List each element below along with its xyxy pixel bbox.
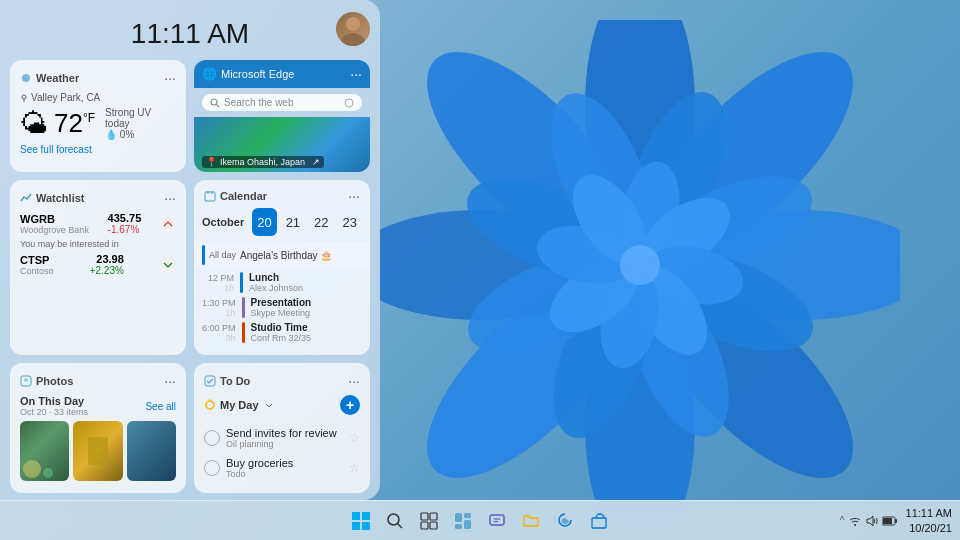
widgets-panel: 11:11 AM Weather ··· bbox=[0, 0, 380, 500]
weather-widget-title: Weather bbox=[20, 72, 79, 84]
taskbar: ^ bbox=[0, 500, 960, 540]
svg-rect-54 bbox=[455, 524, 462, 529]
svg-point-30 bbox=[211, 99, 217, 105]
taskbar-widgets-button[interactable] bbox=[449, 507, 477, 535]
svg-rect-33 bbox=[205, 192, 215, 201]
svg-rect-62 bbox=[883, 518, 892, 524]
weather-precipitation: 💧 0% bbox=[105, 129, 176, 140]
clock-display: 11:11 AM bbox=[10, 18, 370, 50]
todo-item-1: Send invites for review Oil planning ☆ bbox=[204, 423, 360, 453]
weather-main: 🌤 72°F Strong UV today 💧 0% bbox=[20, 107, 176, 140]
calendar-day-23[interactable]: 23 bbox=[338, 208, 362, 236]
clock-area: 11:11 AM bbox=[10, 12, 370, 60]
taskbar-chat-button[interactable] bbox=[483, 507, 511, 535]
system-tray-icons: ^ bbox=[840, 514, 898, 528]
svg-point-25 bbox=[346, 17, 360, 31]
svg-rect-53 bbox=[464, 520, 471, 529]
svg-rect-55 bbox=[490, 515, 504, 525]
svg-rect-49 bbox=[421, 522, 428, 529]
svg-line-46 bbox=[398, 523, 403, 528]
weather-sun-icon: 🌤 bbox=[20, 107, 48, 140]
photos-widget: Photos ··· On This Day Oct 20 · 33 items… bbox=[10, 363, 186, 493]
bloom-wallpaper bbox=[380, 20, 900, 510]
todo-add-button[interactable]: + bbox=[340, 395, 360, 415]
svg-point-37 bbox=[24, 378, 28, 382]
taskbar-edge-button[interactable] bbox=[551, 507, 579, 535]
svg-marker-60 bbox=[867, 516, 873, 526]
weather-location: Valley Park, CA bbox=[20, 92, 176, 103]
calendar-event-presentation: 1:30 PM1h Presentation Skype Meeting bbox=[202, 297, 362, 318]
taskbar-system-tray[interactable]: ^ bbox=[840, 506, 952, 535]
svg-rect-48 bbox=[430, 513, 437, 520]
photos-title: Photos bbox=[20, 375, 73, 387]
weather-widget: Weather ··· Valley Park, CA 🌤 72°F bbox=[10, 60, 186, 172]
avatar[interactable] bbox=[336, 12, 370, 46]
watchlist-stock1: WGRB Woodgrove Bank 435.75 -1.67% bbox=[20, 212, 176, 235]
taskbar-clock[interactable]: 11:11 AM 10/20/21 bbox=[906, 506, 952, 535]
photo-thumb-2[interactable] bbox=[73, 421, 122, 481]
watchlist-title: Watchlist bbox=[20, 192, 85, 204]
wifi-icon bbox=[848, 514, 862, 528]
watchlist-widget: Watchlist ··· WGRB Woodgrove Bank 435.75… bbox=[10, 180, 186, 355]
system-tray-expand-icon[interactable]: ^ bbox=[840, 515, 845, 526]
edge-search-bar[interactable]: Search the web bbox=[202, 94, 362, 111]
svg-rect-51 bbox=[455, 513, 462, 522]
svg-rect-47 bbox=[421, 513, 428, 520]
svg-point-27 bbox=[22, 74, 30, 82]
taskbar-taskview-button[interactable] bbox=[415, 507, 443, 535]
svg-rect-42 bbox=[362, 512, 370, 520]
todo-checkbox-2[interactable] bbox=[204, 460, 220, 476]
calendar-day-22[interactable]: 22 bbox=[309, 208, 333, 236]
weather-more-button[interactable]: ··· bbox=[164, 70, 176, 86]
photo-thumb-3[interactable] bbox=[127, 421, 176, 481]
photos-see-all-link[interactable]: See all bbox=[145, 401, 176, 412]
svg-point-45 bbox=[388, 514, 399, 525]
calendar-widget: Calendar ··· October 20 21 22 23 All day… bbox=[194, 180, 370, 355]
photo-thumb-1[interactable] bbox=[20, 421, 69, 481]
todo-my-day-header: My Day + bbox=[204, 395, 360, 415]
volume-icon bbox=[865, 514, 879, 528]
desktop: 11:11 AM Weather ··· bbox=[0, 0, 960, 540]
svg-rect-58 bbox=[592, 518, 606, 528]
calendar-all-day-event: All day Angela's Birthday 🎂 bbox=[194, 242, 370, 268]
calendar-events: 12 PM1h Lunch Alex Johnson 1:30 PM1h Pre… bbox=[194, 272, 370, 355]
svg-rect-41 bbox=[352, 512, 360, 520]
todo-checkbox-1[interactable] bbox=[204, 430, 220, 446]
svg-line-31 bbox=[217, 104, 220, 107]
svg-point-59 bbox=[854, 524, 856, 526]
edge-widget: 🌐 Microsoft Edge ··· Search the web 📍 Ik… bbox=[194, 60, 370, 172]
taskbar-store-button[interactable] bbox=[585, 507, 613, 535]
edge-image-location: 📍 Ikema Ohashi, Japan ↗ bbox=[202, 156, 324, 168]
watchlist-stock2: CTSP Contoso 23.98 +2.23% bbox=[20, 253, 176, 276]
svg-rect-38 bbox=[205, 376, 215, 386]
todo-star-2[interactable]: ☆ bbox=[349, 461, 360, 475]
calendar-days: October 20 21 22 23 bbox=[194, 208, 370, 236]
watchlist-more-button[interactable]: ··· bbox=[164, 190, 176, 206]
photos-more-button[interactable]: ··· bbox=[164, 373, 176, 389]
taskbar-search-button[interactable] bbox=[381, 507, 409, 535]
calendar-title: Calendar bbox=[204, 190, 267, 202]
taskbar-files-button[interactable] bbox=[517, 507, 545, 535]
svg-point-39 bbox=[206, 401, 214, 409]
svg-rect-43 bbox=[352, 522, 360, 530]
calendar-day-21[interactable]: 21 bbox=[281, 208, 305, 236]
calendar-more-button[interactable]: ··· bbox=[348, 188, 360, 204]
calendar-day-20[interactable]: 20 bbox=[252, 208, 276, 236]
calendar-event-lunch: 12 PM1h Lunch Alex Johnson bbox=[202, 272, 362, 293]
svg-point-24 bbox=[620, 245, 660, 285]
svg-point-32 bbox=[345, 99, 353, 107]
calendar-event-studio: 6:00 PM3h Studio Time Conf Rm 32/35 bbox=[202, 322, 362, 343]
svg-rect-52 bbox=[464, 513, 471, 518]
svg-point-28 bbox=[22, 95, 26, 99]
windows-start-button[interactable] bbox=[347, 507, 375, 535]
edge-more-button[interactable]: ··· bbox=[350, 66, 362, 82]
todo-more-button[interactable]: ··· bbox=[348, 373, 360, 389]
edge-featured-image[interactable]: 📍 Ikema Ohashi, Japan ↗ bbox=[194, 117, 370, 172]
svg-rect-44 bbox=[362, 522, 370, 530]
todo-star-1[interactable]: ☆ bbox=[349, 431, 360, 445]
todo-widget: To Do ··· My Day + Send invites for revi… bbox=[194, 363, 370, 493]
photos-grid bbox=[20, 421, 176, 481]
weather-forecast-link[interactable]: See full forecast bbox=[20, 144, 176, 155]
taskbar-center bbox=[347, 507, 613, 535]
svg-rect-50 bbox=[430, 522, 437, 529]
